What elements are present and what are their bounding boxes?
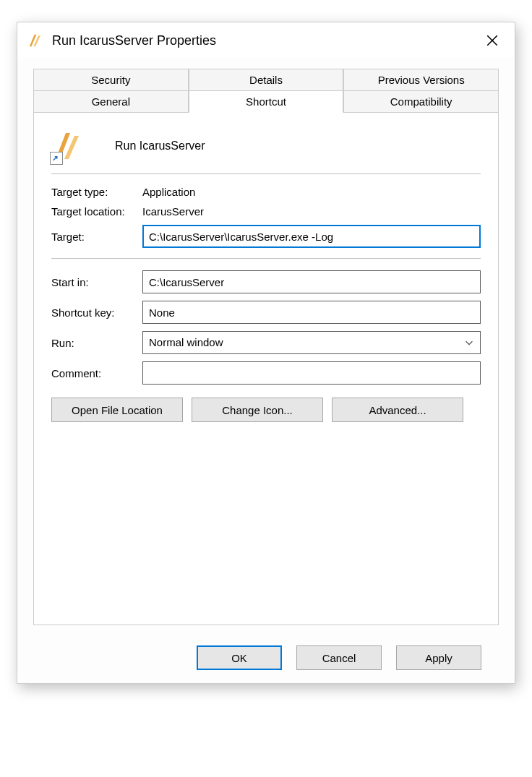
start-in-label: Start in:: [51, 276, 142, 288]
header-row: Run IcarusServer: [51, 129, 481, 174]
cancel-button[interactable]: Cancel: [296, 645, 382, 670]
titlebar: Run IcarusServer Properties: [17, 22, 515, 57]
row-shortcut-key: Shortcut key:: [51, 301, 481, 324]
run-select[interactable]: Normal window: [142, 331, 481, 354]
tab-body: Run IcarusServer Target type: Applicatio…: [33, 113, 499, 625]
properties-window: Run IcarusServer Properties Security Det…: [17, 22, 515, 684]
ok-button[interactable]: OK: [197, 645, 282, 670]
change-icon-button[interactable]: Change Icon...: [192, 398, 323, 422]
tab-compatibility[interactable]: Compatibility: [343, 90, 499, 113]
target-type-value: Application: [142, 186, 195, 198]
row-target-type: Target type: Application: [51, 186, 481, 198]
separator: [51, 258, 481, 259]
tab-general[interactable]: General: [33, 90, 189, 113]
shortcut-arrow-icon: [50, 152, 63, 165]
tab-security[interactable]: Security: [33, 69, 189, 91]
client-area: Security Details Previous Versions Gener…: [17, 57, 515, 683]
tab-details[interactable]: Details: [189, 69, 344, 91]
target-location-value: IcarusServer: [142, 205, 204, 218]
close-icon: [486, 34, 499, 47]
start-in-input[interactable]: [142, 270, 481, 293]
row-comment: Comment:: [51, 361, 481, 385]
tab-previous-versions[interactable]: Previous Versions: [343, 69, 499, 91]
advanced-button[interactable]: Advanced...: [332, 398, 463, 422]
close-button[interactable]: [481, 30, 503, 51]
apply-button[interactable]: Apply: [396, 645, 481, 670]
comment-label: Comment:: [51, 367, 142, 379]
window-title: Run IcarusServer Properties: [52, 33, 481, 48]
program-icon: [51, 129, 86, 163]
target-label: Target:: [51, 231, 142, 243]
target-location-label: Target location:: [51, 205, 142, 218]
target-type-label: Target type:: [51, 186, 142, 198]
row-target: Target:: [51, 225, 481, 248]
shortcut-name: Run IcarusServer: [115, 139, 205, 153]
app-icon: [27, 33, 43, 48]
run-label: Run:: [51, 337, 142, 349]
row-start-in: Start in:: [51, 270, 481, 293]
shortcut-key-input[interactable]: [142, 301, 481, 324]
dialog-footer: OK Cancel Apply: [33, 632, 499, 670]
row-run: Run: Normal window: [51, 331, 481, 354]
tab-shortcut[interactable]: Shortcut: [189, 90, 344, 113]
row-target-location: Target location: IcarusServer: [51, 205, 481, 218]
chevron-down-icon: [464, 338, 474, 348]
open-file-location-button[interactable]: Open File Location: [51, 398, 183, 422]
tab-strip: Security Details Previous Versions Gener…: [33, 69, 499, 113]
run-select-value: Normal window: [149, 335, 223, 350]
action-button-row: Open File Location Change Icon... Advanc…: [51, 398, 481, 422]
comment-input[interactable]: [142, 361, 481, 385]
target-input[interactable]: [142, 225, 481, 248]
shortcut-key-label: Shortcut key:: [51, 306, 142, 319]
